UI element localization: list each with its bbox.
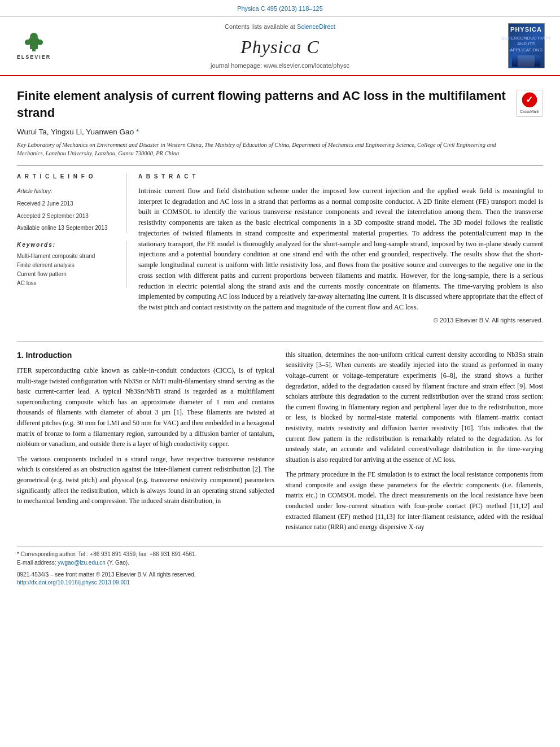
elsevier-tree-icon	[20, 31, 48, 53]
footnote-corresponding: * Corresponding author. Tel.: +86 931 89…	[17, 550, 543, 558]
accepted-row: Accepted 2 September 2013	[17, 211, 118, 221]
issn-line: 0921-4534/$ – see front matter © 2013 El…	[17, 570, 543, 579]
article-content: Finite element analysis of current flowi…	[0, 76, 560, 598]
body-right-col: this situation, determines the non-unifo…	[286, 350, 543, 537]
journal-banner: ELSEVIER Contents lists available at Sci…	[0, 17, 560, 76]
available-value: Available online 13 September 2013	[17, 225, 108, 231]
crossmark-label: CrossMark	[520, 109, 539, 115]
svg-point-4	[25, 40, 30, 45]
banner-right: PHYSICA SUPERCONDUCTIVITYAND ITS APPLICA…	[504, 21, 549, 71]
intro-number: 1.	[17, 351, 24, 360]
elsevier-logo: ELSEVIER	[17, 31, 51, 61]
section-divider	[17, 341, 543, 342]
received-row: Received 2 June 2013	[17, 198, 118, 209]
abstract-heading: A B S T R A C T	[138, 173, 543, 181]
svg-point-3	[30, 33, 38, 41]
intro-title: Introduction	[26, 351, 72, 360]
contents-text: Contents lists available at	[225, 23, 295, 30]
crossmark-badge: ✓ CrossMark	[516, 88, 543, 117]
journal-name: Physica C	[240, 34, 320, 60]
authors-text: Wurui Ta, Yingxu Li, Yuanwen Gao	[17, 128, 134, 136]
intro-heading: 1. Introduction	[17, 350, 274, 361]
journal-header-bar: Physica C 495 (2013) 118–125	[0, 0, 560, 17]
history-label-row: Article history:	[17, 186, 118, 196]
email-who: (Y. Gao).	[107, 560, 129, 566]
body-col2-para2: The primary procedure in the FE simulati…	[286, 469, 543, 532]
doi-link[interactable]: http://dx.doi.org/10.1016/j.physc.2013.0…	[17, 579, 543, 587]
email-label: E-mail address:	[17, 560, 56, 566]
keyword-2: Finite element analysis	[17, 261, 118, 270]
keywords-section: Keywords: Multi-filament composite stran…	[17, 241, 127, 288]
article-title-section: Finite element analysis of current flowi…	[17, 88, 543, 166]
body-left-col: 1. Introduction ITER superconducting cab…	[17, 350, 274, 537]
intro-para2: The various components included in a str…	[17, 454, 274, 506]
article-info-box: A R T I C L E I N F O Article history: R…	[17, 173, 127, 233]
copyright-line: © 2013 Elsevier B.V. All rights reserved…	[138, 316, 543, 325]
available-row: Available online 13 September 2013	[17, 222, 118, 233]
article-info-abstract: A R T I C L E I N F O Article history: R…	[17, 173, 543, 330]
journal-reference: Physica C 495 (2013) 118–125	[237, 5, 323, 12]
accepted-value: Accepted 2 September 2013	[17, 213, 89, 219]
left-column: A R T I C L E I N F O Article history: R…	[17, 173, 127, 330]
abstract-text: Intrinsic current flow and field distrib…	[138, 186, 543, 313]
crossmark-image: ✓ CrossMark	[516, 90, 543, 117]
received-value: Received 2 June 2013	[17, 200, 73, 207]
crossmark-icon: ✓	[521, 92, 538, 108]
article-info-heading: A R T I C L E I N F O	[17, 173, 118, 181]
homepage-line: journal homepage: www.elsevier.com/locat…	[211, 62, 349, 71]
banner-left: ELSEVIER	[11, 21, 56, 71]
sciencedirect-link[interactable]: ScienceDirect	[297, 23, 335, 30]
intro-para1: ITER superconducting cable known as cabl…	[17, 365, 274, 449]
right-column: A B S T R A C T Intrinsic current flow a…	[138, 173, 543, 330]
author-asterisk: *	[134, 128, 139, 136]
keywords-heading: Keywords:	[17, 241, 118, 250]
elsevier-label: ELSEVIER	[17, 54, 51, 61]
page-wrapper: Physica C 495 (2013) 118–125 ELSEVIER Co…	[0, 0, 560, 747]
history-label: Article history:	[17, 188, 53, 194]
svg-text:✓: ✓	[526, 95, 533, 104]
article-title-text: Finite element analysis of current flowi…	[17, 88, 510, 158]
body-two-col: 1. Introduction ITER superconducting cab…	[17, 350, 543, 537]
body-col2-para1: this situation, determines the non-unifo…	[286, 350, 543, 465]
physica-thumbnail: PHYSICA SUPERCONDUCTIVITYAND ITS APPLICA…	[508, 23, 545, 68]
article-title: Finite element analysis of current flowi…	[17, 88, 510, 121]
keyword-1: Multi-filament composite strand	[17, 252, 118, 261]
banner-center: Contents lists available at ScienceDirec…	[63, 21, 497, 71]
article-authors: Wurui Ta, Yingxu Li, Yuanwen Gao *	[17, 126, 510, 138]
keyword-4: AC loss	[17, 279, 118, 288]
svg-point-5	[37, 40, 43, 45]
email-address[interactable]: ywgao@lzu.edu.cn	[58, 560, 107, 566]
contents-line: Contents lists available at ScienceDirec…	[225, 21, 335, 32]
footnote-email-row: E-mail address: ywgao@lzu.edu.cn (Y. Gao…	[17, 558, 543, 567]
keyword-3: Current flow pattern	[17, 270, 118, 279]
footnote-section: * Corresponding author. Tel.: +86 931 89…	[17, 546, 543, 587]
article-affiliation: Key Laboratory of Mechanics on Environme…	[17, 141, 510, 158]
abstract-section: A B S T R A C T Intrinsic current flow a…	[138, 173, 543, 325]
